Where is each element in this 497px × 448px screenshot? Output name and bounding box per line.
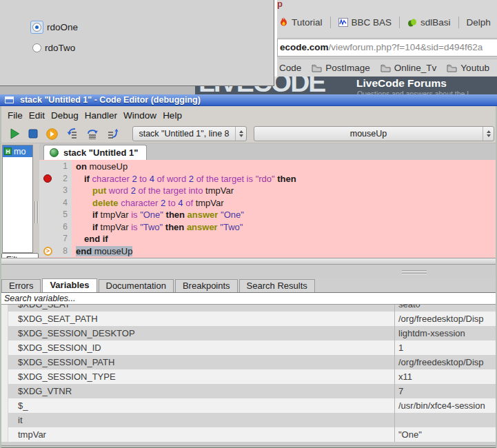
table-row[interactable]: $XDG_SESSION_TYPEx11 [0, 369, 497, 384]
code-token: to [139, 174, 149, 184]
bookmark-folder-youtub[interactable]: Youtub [447, 63, 489, 73]
handler-list-item[interactable]: H mo [3, 145, 32, 157]
table-row[interactable]: it [0, 413, 497, 427]
url-bar: ecode.com/viewforum.php?f=104&sid=d494f6… [277, 37, 497, 59]
code-text[interactable]: put word 2 of the target into tmpVar [72, 185, 496, 197]
stop-button[interactable] [28, 129, 38, 139]
code-text[interactable]: delete character 2 to 4 of tmpVar [72, 197, 496, 210]
line-gutter[interactable]: >8 [39, 245, 72, 258]
handler-dropdown[interactable]: mouseUp [254, 126, 494, 141]
variable-value: "One" [394, 427, 497, 442]
code-token: mouseUp [94, 246, 133, 256]
splitter-handle-icon[interactable] [402, 270, 427, 274]
bookmark-folder-label: Youtub [460, 63, 489, 73]
table-row[interactable]: $_/usr/bin/xfce4-session [0, 398, 497, 413]
radio-label-two: rdoTwo [45, 43, 75, 53]
code-text[interactable]: if tmpVar is "Two" then answer "Two" [72, 221, 496, 234]
code-text[interactable]: end if [72, 233, 496, 245]
code-text[interactable]: if character 2 to 4 of word 2 of the tar… [72, 173, 496, 185]
tab-errors[interactable]: Errors [1, 279, 41, 292]
bookmark-bbc-bas[interactable]: BBC BAS [338, 17, 392, 28]
menu-handler[interactable]: Handler [84, 110, 118, 121]
menu-edit[interactable]: Edit [28, 110, 45, 121]
line-gutter[interactable]: 5 [39, 209, 72, 221]
code-token: if [92, 210, 101, 220]
menu-help[interactable]: Help [162, 110, 183, 121]
menu-file[interactable]: File [7, 110, 23, 121]
context-dropdown[interactable]: stack "Untitled 1", line 8 [132, 126, 247, 141]
code-text[interactable]: if tmpVar is "One" then answer "One" [72, 209, 496, 221]
script-editor-field[interactable]: 1on mouseUp2if character 2 to 4 of word … [39, 160, 496, 258]
tab-search-results[interactable]: Search Results [239, 279, 315, 292]
code-line-5[interactable]: 5if tmpVar is "One" then answer "One" [39, 209, 496, 221]
bookmark-folder-online_tv[interactable]: Online_Tv [381, 63, 437, 73]
bookmark-folder-code[interactable]: Code [279, 63, 301, 73]
breakpoint-icon[interactable] [43, 174, 52, 183]
code-line-2[interactable]: 2if character 2 to 4 of word 2 of the ta… [39, 173, 496, 185]
code-line-4[interactable]: 4delete character 2 to 4 of tmpVar [39, 197, 496, 210]
panel-splitter[interactable] [0, 265, 497, 278]
horizontal-scrollbar[interactable] [1, 258, 496, 265]
spinner-icon[interactable] [483, 127, 494, 141]
play-button[interactable] [10, 128, 20, 139]
menu-debug[interactable]: Debug [50, 110, 79, 121]
bookmark-sdlbasi[interactable]: sdlBasi [407, 17, 451, 28]
step-out-button[interactable] [107, 128, 119, 139]
vertical-splitter[interactable] [34, 201, 39, 223]
tab-breakpoints[interactable]: Breakpoints [175, 279, 238, 292]
code-line-1[interactable]: 1on mouseUp [39, 161, 496, 173]
tab-variables[interactable]: Variables [42, 278, 97, 292]
table-row[interactable]: $XDG_SESSION_PATH/org/freedesktop/Disp [0, 355, 497, 369]
line-gutter[interactable]: 1 [39, 161, 72, 173]
radio-rdoTwo[interactable] [32, 43, 41, 52]
table-row[interactable]: tmpVar"One" [0, 427, 497, 442]
code-token: 4 [150, 174, 157, 184]
code-line-6[interactable]: 6if tmpVar is "Two" then answer "Two" [39, 221, 496, 234]
table-row[interactable]: $XDG_SEAT_PATH/org/freedesktop/Disp [0, 312, 497, 326]
line-gutter[interactable]: 2 [39, 173, 72, 185]
code-line-8[interactable]: >8end mouseUp [39, 245, 496, 258]
resume-button[interactable] [46, 128, 58, 140]
table-row[interactable]: $XDG_SESSION_ID1 [0, 340, 497, 355]
url-input[interactable]: ecode.com/viewforum.php?f=104&sid=d494f6… [277, 39, 497, 57]
step-over-button[interactable] [86, 128, 99, 139]
step-into-button[interactable] [66, 128, 78, 139]
bookmark-tutorial[interactable]: Tutorial [279, 17, 323, 28]
code-token: of word [157, 174, 189, 184]
spinner-icon[interactable] [235, 127, 246, 141]
radio-rdoOne[interactable] [32, 23, 41, 32]
menu-window[interactable]: Window [123, 110, 157, 121]
code-text[interactable]: end mouseUp [72, 245, 496, 258]
search-variables-input[interactable]: Search variables... [0, 292, 497, 305]
code-token: end if [84, 234, 108, 244]
code-token: answer [187, 222, 220, 232]
line-gutter[interactable]: 6 [39, 221, 72, 234]
bookmark-separator [330, 17, 331, 28]
bookmark-delph[interactable]: Delph [467, 17, 491, 28]
bookmark-folder-postimage[interactable]: PostImage [312, 63, 370, 73]
context-dropdown-label: stack "Untitled 1", line 8 [133, 129, 235, 139]
selected-code: end mouseUp [76, 246, 132, 256]
window-bottom-border [0, 445, 497, 448]
tab-stack-untitled-1[interactable]: stack "Untitled 1" [43, 145, 147, 160]
line-gutter[interactable]: 4 [39, 197, 72, 210]
variable-value: lightdm-xsession [394, 326, 497, 340]
code-token: tmpVar [101, 210, 132, 220]
handler-list: H mo [2, 145, 33, 253]
title-bar[interactable]: stack "Untitled 1" - Code Editor (debugg… [0, 94, 497, 106]
table-row[interactable]: $XDG_VTNR7 [0, 384, 497, 398]
window-left-border [0, 106, 1, 448]
line-gutter[interactable]: 3 [39, 185, 72, 197]
code-line-3[interactable]: 3put word 2 of the target into tmpVar [39, 185, 496, 197]
variable-value: seat0 [394, 305, 497, 312]
tab-documentation[interactable]: Documentation [99, 279, 174, 292]
table-row[interactable]: $XDG_SEATseat0 [0, 305, 497, 312]
table-row[interactable]: $XDG_SESSION_DESKTOPlightdm-xsession [0, 326, 497, 340]
bookmarks-folders-bar: CodePostImageOnline_TvYoutub [279, 59, 497, 77]
variable-name: $_ [8, 398, 394, 413]
code-text[interactable]: on mouseUp [72, 161, 496, 173]
line-number: 3 [63, 185, 68, 195]
line-gutter[interactable]: 7 [39, 233, 72, 245]
window-icon [5, 96, 14, 103]
code-line-7[interactable]: 7end if [39, 233, 496, 245]
